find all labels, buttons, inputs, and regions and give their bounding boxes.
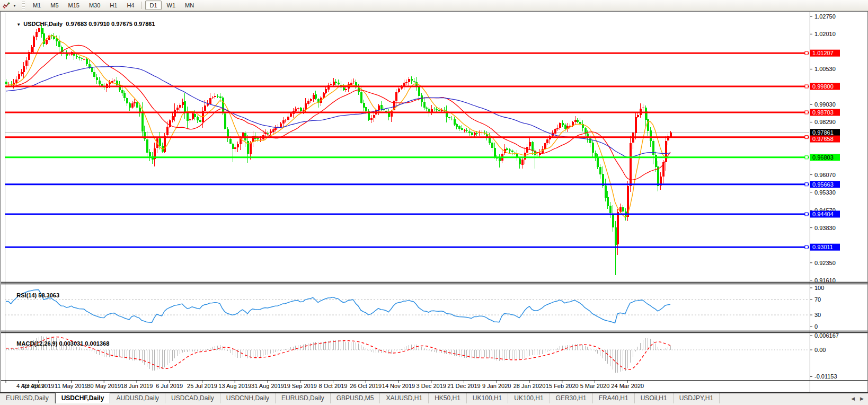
- chart-tab-uk100-h1[interactable]: UK100,H1: [467, 393, 508, 403]
- mt4-window: ▼ M1M5M15M30H1H4D1W1MN 1.027501.020101.0…: [0, 0, 868, 405]
- chart-ohlc-values: 0.97683 0.97910 0.97675 0.97861: [66, 21, 155, 27]
- chart-tab-ger30-h1[interactable]: GER30,H1: [550, 393, 593, 403]
- rsi-value: 58.3063: [38, 292, 59, 298]
- level-line-handle[interactable]: [805, 183, 808, 186]
- price-tick-label: 1.02750: [814, 13, 836, 20]
- macd-pane[interactable]: [5, 336, 810, 373]
- timeframe-toolbar: ▼ M1M5M15M30H1H4D1W1MN: [0, 0, 868, 11]
- price-axis[interactable]: 1.027501.020101.005300.990300.982900.975…: [810, 13, 840, 380]
- rsi-tick-label: 100: [814, 285, 824, 291]
- chart-title: ▼USDCHF,Daily 0.97683 0.97910 0.97675 0.…: [7, 14, 155, 33]
- chart-tab-xauusd-h1[interactable]: XAUUSD,H1: [380, 393, 429, 403]
- price-tick-label: 1.02010: [814, 31, 836, 37]
- chart-canvas[interactable]: 1.027501.020101.005300.990300.982900.975…: [1, 12, 868, 393]
- chevron-down-icon: ▼: [13, 4, 16, 7]
- date-tick-label: 23 Apr 2019: [23, 383, 54, 389]
- date-tick-label: 19 Sep 2019: [284, 383, 317, 389]
- main-price-pane[interactable]: [5, 25, 810, 275]
- candlesticks: [5, 25, 672, 275]
- chart-tab-eurusd-daily[interactable]: EURUSD,Daily: [0, 393, 55, 403]
- chart-tab-gbpusd-m5[interactable]: GBPUSD,M5: [331, 393, 380, 403]
- chart-tab-usoil-h1[interactable]: USOil,H1: [635, 393, 674, 403]
- date-tick-label: 24 Mar 2020: [611, 383, 644, 389]
- macd-tick-label: 0.006167: [814, 332, 839, 339]
- price-tick-label: 0.95330: [814, 189, 836, 196]
- rsi-tick-label: 0: [814, 323, 818, 330]
- date-tick-label: 8 Oct 2019: [319, 383, 348, 389]
- price-tick-label: 1.00530: [814, 66, 836, 72]
- date-tick-label: 9 Jan 2020: [482, 383, 511, 389]
- chart-tab-audusd-daily[interactable]: AUDUSD,Daily: [110, 393, 165, 403]
- timeframe-button-mn[interactable]: MN: [181, 1, 198, 10]
- macd-tick-label: -0.01153: [814, 373, 837, 380]
- price-tick-label: 0.92350: [814, 260, 836, 266]
- level-label: 0.99800: [812, 83, 834, 90]
- date-axis[interactable]: 4 Apr 201923 Apr 201911 May 201930 May 2…: [6, 381, 644, 389]
- rsi-line: [6, 290, 670, 323]
- rsi-tick-label: 70: [814, 296, 821, 303]
- date-tick-label: 21 Dec 2019: [447, 383, 480, 389]
- date-tick-label: 6 Jul 2019: [156, 383, 183, 389]
- chart-tab-usdcad-daily[interactable]: USDCAD,Daily: [165, 393, 220, 403]
- timeframe-button-h1[interactable]: H1: [105, 1, 121, 10]
- date-tick-label: 3 Dec 2019: [417, 383, 446, 389]
- timeframe-button-h4[interactable]: H4: [122, 1, 138, 10]
- level-label: 0.96803: [812, 154, 834, 161]
- timeframe-button-m1[interactable]: M1: [29, 1, 45, 10]
- chart-symbol: USDCHF,Daily: [23, 21, 63, 27]
- level-label: 0.98703: [812, 109, 834, 116]
- toolbar-separator: [141, 2, 142, 9]
- date-tick-label: 15 Feb 2020: [546, 383, 579, 389]
- macd-indicator-label: MACD(12,26,9) 0.003031 0.001368: [7, 334, 109, 353]
- chart-tab-usdcnh-daily[interactable]: USDCNH,Daily: [220, 393, 276, 403]
- price-tick-label: 0.91610: [814, 277, 836, 284]
- level-line-handle[interactable]: [805, 136, 808, 139]
- timeframe-button-w1[interactable]: W1: [163, 1, 180, 10]
- chart-tab-uk100-h1[interactable]: UK100,H1: [508, 393, 550, 403]
- level-label: 0.94404: [812, 211, 834, 217]
- level-label: 1.01207: [812, 50, 834, 56]
- level-line-handle[interactable]: [805, 111, 808, 114]
- level-line-handle[interactable]: [805, 245, 808, 249]
- rsi-indicator-label: RSI(14) 58.3063: [7, 286, 59, 305]
- level-line-handle[interactable]: [805, 51, 808, 55]
- level-label: 0.95663: [812, 181, 834, 188]
- price-tick-label: 0.96070: [814, 172, 836, 178]
- timeframe-button-m30[interactable]: M30: [85, 1, 104, 10]
- chart-tab-usdchf-daily[interactable]: USDCHF,Daily: [55, 392, 111, 403]
- price-tick-label: 0.99030: [814, 101, 836, 108]
- timeframe-buttons: M1M5M15M30H1H4D1W1MN: [28, 1, 199, 10]
- timeframe-button-d1[interactable]: D1: [145, 1, 161, 10]
- date-tick-label: 11 May 2019: [55, 383, 88, 389]
- rsi-name: RSI(14): [16, 292, 37, 298]
- price-tick-label: 0.93830: [814, 225, 836, 231]
- rsi-tick-label: 30: [814, 312, 821, 318]
- date-tick-label: 25 Jul 2019: [187, 383, 217, 389]
- tab-scroll-left-icon[interactable]: ◀: [851, 396, 855, 401]
- level-line-handle[interactable]: [805, 85, 808, 88]
- chart-tab-bar: EURUSD,DailyUSDCHF,DailyAUDUSD,DailyUSDC…: [0, 392, 868, 403]
- chart-tab-fra40-h1[interactable]: FRA40,H1: [593, 393, 635, 403]
- chart-tab-eurusd-daily[interactable]: EURUSD,Daily: [276, 393, 331, 403]
- chart-frame: 1.027501.020101.005300.990300.982900.975…: [0, 11, 868, 392]
- level-line-handle[interactable]: [805, 156, 808, 159]
- rsi-pane[interactable]: [5, 290, 810, 323]
- date-tick-label: 13 Aug 2019: [218, 383, 251, 389]
- date-tick-label: 30 May 2019: [87, 383, 121, 389]
- level-line-handle[interactable]: [805, 213, 808, 216]
- tab-scroll-right-icon[interactable]: ▶: [860, 396, 864, 401]
- chart-type-dropdown[interactable]: ▼: [1, 1, 18, 10]
- current-price-label: 0.97861: [812, 129, 834, 136]
- timeframe-button-m15[interactable]: M15: [64, 1, 84, 10]
- macd-name: MACD(12,26,9): [16, 340, 57, 347]
- date-tick-label: 14 Nov 2019: [382, 383, 415, 389]
- collapse-triangle-icon[interactable]: ▼: [16, 22, 21, 27]
- date-tick-label: 5 Mar 2020: [580, 383, 610, 389]
- date-tick-label: 28 Jan 2020: [513, 383, 546, 389]
- price-tick-label: 0.98290: [814, 119, 836, 125]
- timeframe-button-m5[interactable]: M5: [46, 1, 63, 10]
- toolbar-grip[interactable]: [22, 2, 25, 10]
- chart-tab-usdjpy-h1[interactable]: USDJPY,H1: [674, 393, 720, 403]
- chart-tab-hk50-h1[interactable]: HK50,H1: [429, 393, 467, 403]
- date-tick-label: 26 Oct 2019: [350, 383, 382, 389]
